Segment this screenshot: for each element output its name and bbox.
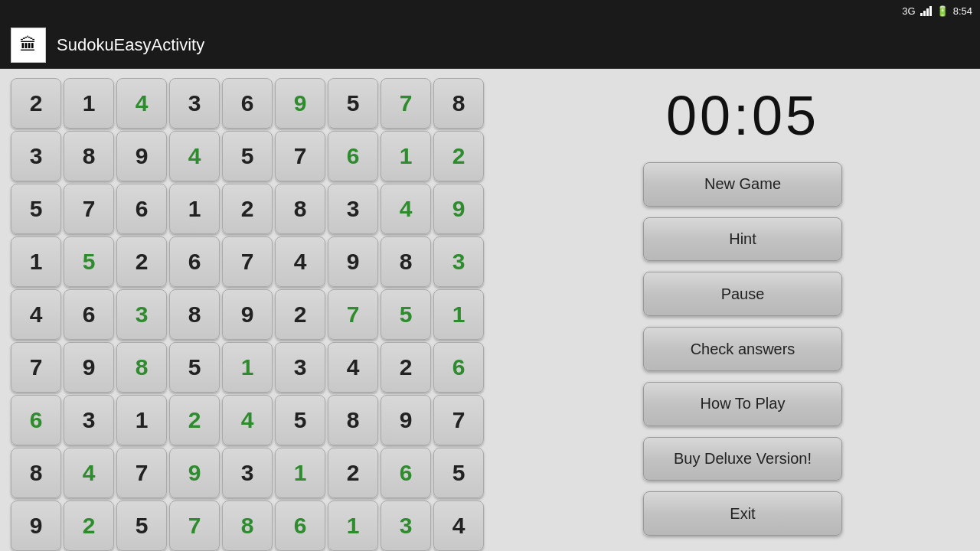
cell-3-1[interactable]: 5	[64, 236, 114, 287]
cell-7-0[interactable]: 8	[11, 448, 61, 498]
cell-1-0[interactable]: 3	[11, 131, 61, 181]
cell-7-8[interactable]: 5	[433, 448, 484, 498]
cell-4-4[interactable]: 9	[222, 289, 273, 340]
cell-6-5[interactable]: 5	[275, 395, 325, 445]
cell-6-7[interactable]: 9	[381, 395, 431, 445]
cell-1-1[interactable]: 8	[64, 131, 114, 181]
cell-2-6[interactable]: 3	[328, 184, 378, 234]
cell-0-1[interactable]: 1	[64, 78, 114, 129]
cell-1-5[interactable]: 7	[275, 131, 325, 181]
cell-5-4[interactable]: 1	[222, 342, 273, 393]
cell-8-2[interactable]: 5	[116, 500, 167, 551]
app-icon: 🏛	[11, 28, 46, 63]
app-bar: 🏛 SudokuEasyActivity	[0, 21, 980, 69]
cell-8-6[interactable]: 1	[328, 500, 378, 551]
cell-3-2[interactable]: 2	[116, 236, 167, 287]
grid-row-8: 925786134	[11, 500, 495, 551]
cell-5-7[interactable]: 2	[381, 342, 431, 393]
cell-6-1[interactable]: 3	[64, 395, 114, 445]
cell-4-8[interactable]: 1	[433, 289, 484, 340]
cell-0-2[interactable]: 4	[116, 78, 167, 129]
cell-8-4[interactable]: 8	[222, 500, 273, 551]
cell-4-0[interactable]: 4	[11, 289, 61, 340]
cell-5-3[interactable]: 5	[169, 342, 220, 393]
cell-1-2[interactable]: 9	[116, 131, 167, 181]
cell-2-8[interactable]: 9	[433, 184, 484, 234]
cell-8-8[interactable]: 4	[433, 500, 484, 551]
cell-3-0[interactable]: 1	[11, 236, 61, 287]
cell-5-2[interactable]: 8	[116, 342, 167, 393]
cell-0-3[interactable]: 3	[169, 78, 220, 129]
cell-4-3[interactable]: 8	[169, 289, 220, 340]
cell-8-3[interactable]: 7	[169, 500, 220, 551]
buy-deluxe-button[interactable]: Buy Deluxe Version!	[643, 437, 842, 481]
cell-5-8[interactable]: 6	[433, 342, 484, 393]
clock: 8:54	[953, 5, 972, 17]
cell-7-5[interactable]: 1	[275, 448, 325, 498]
cell-8-5[interactable]: 6	[275, 500, 325, 551]
check-answers-button[interactable]: Check answers	[643, 327, 842, 371]
status-bar: 3G 🔋 8:54	[0, 0, 980, 21]
cell-2-7[interactable]: 4	[381, 184, 431, 234]
grid-row-2: 576128349	[11, 184, 495, 234]
cell-1-4[interactable]: 5	[222, 131, 273, 181]
cell-3-5[interactable]: 4	[275, 236, 325, 287]
cell-2-4[interactable]: 2	[222, 184, 273, 234]
cell-3-3[interactable]: 6	[169, 236, 220, 287]
cell-0-6[interactable]: 5	[328, 78, 378, 129]
cell-6-8[interactable]: 7	[433, 395, 484, 445]
cell-6-2[interactable]: 1	[116, 395, 167, 445]
cell-3-7[interactable]: 8	[381, 236, 431, 287]
cell-1-6[interactable]: 6	[328, 131, 378, 181]
cell-5-1[interactable]: 9	[64, 342, 114, 393]
main-content: 2143695783894576125761283491526749834638…	[0, 69, 980, 551]
cell-3-4[interactable]: 7	[222, 236, 273, 287]
new-game-button[interactable]: New Game	[643, 162, 842, 207]
cell-7-7[interactable]: 6	[381, 448, 431, 498]
how-to-play-button[interactable]: How To Play	[643, 382, 842, 426]
cell-0-4[interactable]: 6	[222, 78, 273, 129]
cell-4-2[interactable]: 3	[116, 289, 167, 340]
cell-4-5[interactable]: 2	[275, 289, 325, 340]
cell-3-6[interactable]: 9	[328, 236, 378, 287]
cell-4-1[interactable]: 6	[64, 289, 114, 340]
cell-2-5[interactable]: 8	[275, 184, 325, 234]
cell-7-6[interactable]: 2	[328, 448, 378, 498]
cell-5-6[interactable]: 4	[328, 342, 378, 393]
exit-button[interactable]: Exit	[643, 491, 842, 536]
pause-button[interactable]: Pause	[643, 272, 842, 316]
cell-8-0[interactable]: 9	[11, 500, 61, 551]
cell-2-1[interactable]: 7	[64, 184, 114, 234]
cell-4-7[interactable]: 5	[381, 289, 431, 340]
cell-7-4[interactable]: 3	[222, 448, 273, 498]
cell-6-3[interactable]: 2	[169, 395, 220, 445]
cell-7-2[interactable]: 7	[116, 448, 167, 498]
cell-2-2[interactable]: 6	[116, 184, 167, 234]
cell-6-6[interactable]: 8	[328, 395, 378, 445]
cell-3-8[interactable]: 3	[433, 236, 484, 287]
cell-0-5[interactable]: 9	[275, 78, 325, 129]
cell-6-4[interactable]: 4	[222, 395, 273, 445]
cell-8-7[interactable]: 3	[381, 500, 431, 551]
cell-8-1[interactable]: 2	[64, 500, 114, 551]
cell-7-1[interactable]: 4	[64, 448, 114, 498]
right-panel: 00:05 New Game Hint Pause Check answers …	[505, 69, 980, 551]
cell-1-3[interactable]: 4	[169, 131, 220, 181]
app-title: SudokuEasyActivity	[57, 35, 204, 55]
timer-display: 00:05	[666, 84, 819, 147]
cell-1-8[interactable]: 2	[433, 131, 484, 181]
cell-5-0[interactable]: 7	[11, 342, 61, 393]
hint-button[interactable]: Hint	[643, 217, 842, 262]
cell-4-6[interactable]: 7	[328, 289, 378, 340]
cell-5-5[interactable]: 3	[275, 342, 325, 393]
cell-1-7[interactable]: 1	[381, 131, 431, 181]
sudoku-grid: 2143695783894576125761283491526749834638…	[0, 69, 505, 551]
cell-6-0[interactable]: 6	[11, 395, 61, 445]
cell-0-8[interactable]: 8	[433, 78, 484, 129]
cell-0-0[interactable]: 2	[11, 78, 61, 129]
cell-2-3[interactable]: 1	[169, 184, 220, 234]
cell-0-7[interactable]: 7	[381, 78, 431, 129]
grid-row-0: 214369578	[11, 78, 495, 129]
cell-2-0[interactable]: 5	[11, 184, 61, 234]
cell-7-3[interactable]: 9	[169, 448, 220, 498]
